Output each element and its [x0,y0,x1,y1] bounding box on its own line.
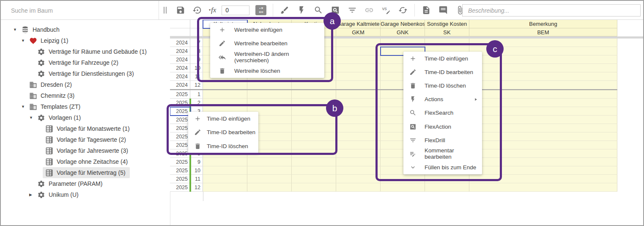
grid-cell[interactable] [336,55,381,64]
link-button[interactable] [364,6,374,15]
tree-item[interactable]: Verträge für Dienstleistungen (3) [1,68,170,79]
column-header[interactable]: Garage Nebenkosten [381,20,425,28]
grid-cell[interactable] [292,116,336,124]
grid-cell[interactable] [292,90,336,99]
grid-cell[interactable] [469,175,617,183]
collapse-arrow-icon[interactable]: ▶ [28,193,37,197]
row-header-year[interactable]: 2025 [170,149,190,158]
grid-cell[interactable] [292,158,336,166]
grid-cell[interactable] [336,72,381,81]
grid-cell[interactable] [469,90,617,99]
row-header-year[interactable]: 2025 [170,99,190,107]
column-header-abbr[interactable]: SK [425,28,469,36]
row-header-month[interactable]: 10 [190,64,203,72]
grid-cell[interactable] [469,132,617,141]
grid-cell[interactable] [469,183,617,192]
row-header-year[interactable]: 2025 [170,116,190,124]
expand-arrow-icon[interactable]: ▼ [20,105,29,109]
vs-edit-button[interactable]: vs [381,6,391,15]
row-header-year[interactable]: 2025 [170,158,190,166]
tree-item[interactable]: Vorlage für Mietvertrag (5) [1,167,170,178]
grid-cell[interactable] [381,183,425,192]
row-header-year[interactable]: 2024 [170,47,190,55]
grid-cell[interactable] [292,175,336,183]
row-header-month[interactable]: 12 [190,81,203,89]
row-header-month[interactable]: 2 [190,99,203,107]
menu-item[interactable]: Wertreihen-ID ändern (verschieben) [210,50,324,64]
tree-item[interactable]: Vorlage ohne Zeitachse (4) [1,156,170,167]
grid-cell[interactable] [247,81,292,89]
grid-cell[interactable] [247,158,292,166]
row-header-year[interactable]: 2025 [170,141,190,149]
restore-button[interactable] [193,6,202,15]
grid-cell[interactable] [469,124,617,132]
search-button[interactable] [314,6,323,15]
panel-drag-handle-icon[interactable] [164,7,168,14]
menu-item[interactable]: Actions [403,93,482,106]
menu-item[interactable]: FlexAction [403,120,482,133]
expand-arrow-icon[interactable]: ▼ [28,116,37,120]
menu-item[interactable]: FlexDrill [403,133,482,147]
grid-cell[interactable] [292,99,336,107]
row-header-year[interactable]: 2025 [170,175,190,183]
row-header-year[interactable]: 2024 [170,64,190,72]
grid-cell[interactable] [336,158,381,166]
grid-cell[interactable] [336,81,381,89]
row-header-month[interactable]: 1 [190,90,203,99]
column-header[interactable]: Bemerkung [469,20,617,28]
menu-item[interactable]: Time-ID einfügen [403,52,482,65]
grid-cell[interactable] [203,81,247,89]
grid-cell[interactable] [336,149,381,158]
sync-button[interactable] [398,6,408,15]
grid-cell[interactable] [247,183,292,192]
document-button[interactable] [422,6,431,15]
expand-arrow-icon[interactable]: ▼ [20,39,29,43]
menu-item[interactable]: Kommentar bearbeiten [403,147,482,160]
grid-cell[interactable] [336,90,381,99]
grid-cell[interactable] [292,166,336,175]
menu-item[interactable]: Wertreihe einfügen [210,23,324,37]
grid-cell[interactable] [469,47,617,55]
grid-cell[interactable] [469,72,617,81]
grid-cell[interactable] [247,166,292,175]
tree-item[interactable]: Dresden (2) [1,79,170,90]
grid-cell[interactable] [292,132,336,141]
grid-cell[interactable] [469,55,617,64]
tree-item[interactable]: ▼Leipzig (1) [1,35,170,46]
tree-item[interactable]: ▼Vorlagen (1) [1,112,170,123]
grid-cell[interactable] [336,132,381,141]
tree-item[interactable]: ▶Unikum (U) [1,189,170,200]
menu-item[interactable]: Time-ID einfügen [188,112,258,126]
column-header[interactable]: Sonstige Kosten [425,20,469,28]
grid-cell[interactable] [336,166,381,175]
grid-cell[interactable] [292,183,336,192]
bolt-button[interactable] [297,6,306,15]
tree-item[interactable]: ▼Templates (ZT) [1,101,170,112]
menu-item[interactable]: Wertreihe löschen [210,64,324,78]
calculator-button[interactable]: -×+= [255,5,266,15]
grid-cell[interactable] [381,39,425,47]
tree-item[interactable]: Parameter (PARAM) [1,178,170,189]
grid-cell[interactable] [247,175,292,183]
grid-cell[interactable] [336,183,381,192]
menu-item[interactable]: Time-ID bearbeiten [188,126,258,140]
row-header-year[interactable]: 2025 [170,107,190,116]
row-header-year[interactable]: 2025 [170,90,190,99]
grid-cell[interactable] [336,124,381,132]
comment-button[interactable] [438,6,448,15]
row-header-month[interactable]: 9 [190,55,203,64]
column-header-abbr[interactable]: GKM [336,28,381,36]
grid-cell[interactable] [425,183,469,192]
tree-search-input[interactable] [10,6,151,16]
row-header-year[interactable]: 2024 [170,72,190,81]
brush-button[interactable] [280,6,289,15]
save-button[interactable] [176,6,185,15]
row-header-year[interactable]: 2025 [170,183,190,192]
menu-item[interactable]: Wertreihe bearbeiten [210,37,324,51]
grid-cell[interactable] [425,175,469,183]
grid-cell[interactable] [292,141,336,149]
grid-cell[interactable] [336,175,381,183]
column-header-abbr[interactable]: GNK [381,28,425,36]
grid-cell[interactable] [292,149,336,158]
grid-cell[interactable] [336,39,381,47]
